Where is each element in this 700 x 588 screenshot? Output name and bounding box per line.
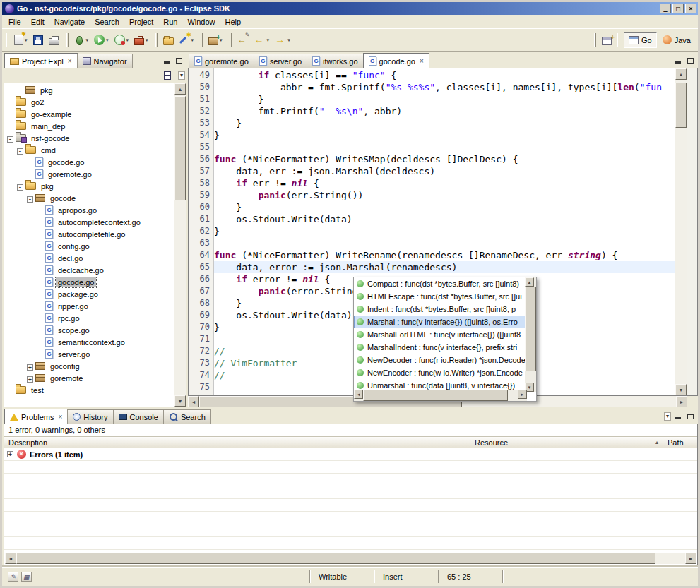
minimize-view-button[interactable] xyxy=(160,55,172,66)
menu-item-edit[interactable]: Edit xyxy=(26,16,49,28)
code-line-63[interactable] xyxy=(214,237,675,249)
perspective-java-button[interactable]: Java xyxy=(658,32,695,48)
tab-console[interactable]: Console xyxy=(113,409,164,424)
tree-item-package-go[interactable]: Gpackage.go xyxy=(4,288,174,300)
debug-button[interactable]: ▾ xyxy=(71,32,92,49)
tree-item-go2[interactable]: go2 xyxy=(4,96,174,108)
tree-item-apropos-go[interactable]: Gapropos.go xyxy=(4,204,174,216)
menu-item-file[interactable]: File xyxy=(4,16,26,28)
view-menu-button[interactable]: ▾ xyxy=(664,412,671,421)
tree-item-declcache-go[interactable]: Gdeclcache.go xyxy=(4,264,174,276)
expander-icon[interactable]: - xyxy=(26,194,34,203)
scroll-down-button[interactable]: ▼ xyxy=(675,384,687,395)
tree-item-semanticcontext-go[interactable]: Gsemanticcontext.go xyxy=(4,336,174,348)
tree-item-server-go[interactable]: Gserver.go xyxy=(4,348,174,360)
scroll-left-button[interactable]: ◄ xyxy=(354,390,363,399)
save-button[interactable] xyxy=(30,32,46,49)
scrollbar-thumb[interactable] xyxy=(174,96,186,200)
open-perspective-button[interactable] xyxy=(599,32,615,49)
problems-horizontal-scrollbar[interactable]: ◄ ► xyxy=(5,553,696,564)
tree-item-config-go[interactable]: Gconfig.go xyxy=(4,240,174,252)
code-line-61[interactable]: os.Stdout.Write(data) xyxy=(214,213,675,225)
tab-history[interactable]: History xyxy=(67,409,113,424)
menu-item-window[interactable]: Window xyxy=(182,16,220,28)
code-line-56[interactable]: func (*NiceFormatter) WriteSMap(decldesc… xyxy=(214,153,675,165)
expander-icon[interactable]: - xyxy=(6,134,14,143)
autocomplete-item[interactable]: MarshalForHTML : func(v interface{}) ([]… xyxy=(354,328,527,341)
forward-button[interactable]: ▾ xyxy=(272,32,293,49)
new-button[interactable]: ▾ xyxy=(11,32,30,49)
scroll-right-button[interactable]: ► xyxy=(518,390,527,399)
code-line-62[interactable]: } xyxy=(214,225,675,237)
open-task-button[interactable] xyxy=(160,32,177,49)
maximize-view-button[interactable] xyxy=(173,55,185,66)
collapse-all-button[interactable] xyxy=(160,67,175,84)
popup-vertical-scrollbar[interactable]: ▲ ▼ xyxy=(525,277,536,392)
last-edit-location-button[interactable] xyxy=(235,32,251,49)
autocomplete-item[interactable]: NewEncoder : func(w io.Writer) *json.Enc… xyxy=(354,366,527,379)
view-menu-button[interactable]: ▾ xyxy=(178,71,185,80)
maximize-view-button[interactable] xyxy=(684,411,696,422)
tab-itworks-go[interactable]: Gitworks.go xyxy=(307,54,364,68)
titlebar[interactable]: Go - nsf-gocode/src/pkg/gocode/gocode.go… xyxy=(2,2,698,15)
fast-view-icon[interactable]: ✎ xyxy=(8,572,18,582)
scroll-left-button[interactable]: ◄ xyxy=(5,553,16,564)
fast-view-icon-2[interactable]: ▦ xyxy=(21,572,32,582)
close-window-button[interactable]: × xyxy=(685,4,696,13)
menu-item-project[interactable]: Project xyxy=(124,16,158,28)
dropdown-arrow-icon[interactable]: ▾ xyxy=(191,37,194,43)
expander-icon[interactable]: + xyxy=(7,451,13,457)
tree-item-autocompletefile-go[interactable]: Gautocompletefile.go xyxy=(4,228,174,240)
editor-vertical-scrollbar[interactable]: ▲ ▼ xyxy=(675,68,687,395)
tree-item-rpc-go[interactable]: Grpc.go xyxy=(4,312,174,324)
tree-scrollbar[interactable]: ▲ ▼ xyxy=(174,83,186,407)
run-coverage-button[interactable]: ▾ xyxy=(112,32,132,49)
close-icon[interactable]: × xyxy=(58,413,62,421)
dropdown-arrow-icon[interactable]: ▾ xyxy=(106,37,109,43)
scrollbar-thumb[interactable] xyxy=(525,287,536,371)
autocomplete-item[interactable]: Compact : func(dst *bytes.Buffer, src []… xyxy=(354,277,527,290)
menu-item-help[interactable]: Help xyxy=(220,16,247,28)
scrollbar-thumb[interactable] xyxy=(363,390,508,401)
minimize-view-button[interactable] xyxy=(672,411,684,422)
minimize-window-button[interactable]: _ xyxy=(660,4,671,13)
menu-item-navigate[interactable]: Navigate xyxy=(49,16,90,28)
code-line-54[interactable]: } xyxy=(214,129,675,141)
tree-item-scope-go[interactable]: Gscope.go xyxy=(4,324,174,336)
tree-item-gocode-go[interactable]: Ggocode.go xyxy=(4,156,174,168)
run-button[interactable]: ▾ xyxy=(91,32,112,49)
code-line-50[interactable]: abbr = fmt.Sprintf("%s %s%s", classes[i]… xyxy=(214,81,675,93)
external-tools-button[interactable]: ▾ xyxy=(131,32,151,49)
scroll-up-button[interactable]: ▲ xyxy=(675,68,687,80)
maximize-window-button[interactable]: □ xyxy=(672,4,684,13)
scroll-down-button[interactable]: ▼ xyxy=(174,395,186,407)
scroll-left-button[interactable]: ◄ xyxy=(188,396,199,407)
tab-server-go[interactable]: Gserver.go xyxy=(254,54,307,68)
tree-item-goremote-go[interactable]: Ggoremote.go xyxy=(4,168,174,180)
menu-item-run[interactable]: Run xyxy=(158,16,182,28)
tree-item-autocompletecontext-go[interactable]: Gautocompletecontext.go xyxy=(4,216,174,228)
dropdown-arrow-icon[interactable]: ▾ xyxy=(146,37,148,43)
autocomplete-item[interactable]: Indent : func(dst *bytes.Buffer, src []u… xyxy=(354,303,527,316)
print-button[interactable] xyxy=(46,32,62,49)
tree-item-cmd[interactable]: -cmd xyxy=(4,144,174,156)
scroll-up-button[interactable]: ▲ xyxy=(174,83,186,95)
search-menu-button[interactable]: ▾ xyxy=(177,32,197,49)
tab-problems[interactable]: Problems× xyxy=(4,409,68,424)
scroll-right-button[interactable]: ► xyxy=(685,553,696,564)
tree-item-gocode[interactable]: -gocode xyxy=(4,192,174,204)
expander-icon[interactable]: + xyxy=(26,362,34,371)
minimize-view-button[interactable] xyxy=(672,55,684,66)
autocomplete-item[interactable]: HTMLEscape : func(dst *bytes.Buffer, src… xyxy=(354,290,527,303)
dropdown-arrow-icon[interactable]: ▾ xyxy=(267,37,270,43)
code-line-57[interactable]: data, err := json.Marshal(decldescs) xyxy=(214,165,675,177)
expander-icon[interactable]: - xyxy=(16,182,24,191)
dropdown-arrow-icon[interactable]: ▾ xyxy=(126,37,129,43)
close-icon[interactable]: × xyxy=(68,57,72,65)
tree-item-nsf-gocode[interactable]: -nsf-gocode xyxy=(4,132,174,144)
expander-icon[interactable]: - xyxy=(16,146,24,155)
back-button[interactable]: ▾ xyxy=(251,32,273,49)
dropdown-arrow-icon[interactable]: ▾ xyxy=(287,37,290,43)
tab-goremote-go[interactable]: Ggoremote.go xyxy=(189,54,254,68)
code-line-52[interactable]: fmt.Printf(" %s\n", abbr) xyxy=(214,105,675,117)
